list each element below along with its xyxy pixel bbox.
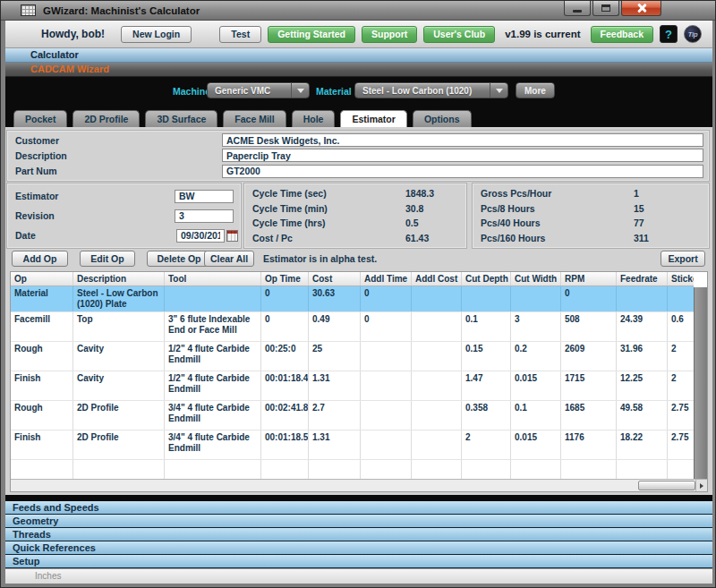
users-club-button[interactable]: User's Club [423,26,495,43]
estimator-row: Estimator [7,189,241,204]
table-cell: 3/4" 4 flute Carbide Endmill [165,401,261,430]
estimator-panel: Customer Description Part Num Estimator … [5,127,712,495]
delete-op-button[interactable]: Delete Op [147,251,211,267]
version-status: v1.99 is current [505,29,580,39]
add-op-button[interactable]: Add Op [12,251,68,267]
table-cell-empty [511,460,561,479]
column-header-op[interactable]: Op [11,272,73,285]
minimize-button[interactable] [564,1,591,16]
tab-2d-profile[interactable]: 2D Profile [72,110,140,127]
table-cell: 25 [309,342,361,371]
horizontal-scrollbar[interactable] [11,479,707,491]
revision-input[interactable] [175,209,234,223]
getting-started-button[interactable]: Getting Started [268,26,355,43]
cadcam-wizard-section-header[interactable]: CADCAM Wizard [5,63,712,77]
tab-strip: Pocket2D Profile3D SurfaceFace MillHoleE… [5,108,712,127]
test-button[interactable]: Test [219,26,261,43]
column-header-op-time[interactable]: Op Time [261,272,309,285]
minimize-icon [573,10,582,13]
edit-op-button[interactable]: Edit Op [80,251,135,267]
more-button[interactable]: More [516,82,555,98]
column-header-sticko[interactable]: Sticko [668,272,694,285]
tab-face-mill[interactable]: Face Mill [223,110,286,127]
machine-dropdown-value: Generic VMC [208,86,291,96]
tab-estimator[interactable]: Estimator [340,110,406,127]
accordion-section-feeds-and-speeds[interactable]: Feeds and Speeds [5,501,712,515]
vertical-scrollbar[interactable] [694,287,707,479]
tab-pocket[interactable]: Pocket [13,110,67,127]
help-button[interactable]: ? [660,25,678,43]
greeting-text: Howdy, bob! [41,28,105,40]
table-cell [412,371,462,400]
cycle-stat-value-cost-pc: 61.43 [405,233,429,243]
table-cell-empty [11,460,73,479]
close-button[interactable] [621,1,661,16]
column-header-rpm[interactable]: RPM [561,272,617,285]
column-header-cut-width[interactable]: Cut Width [511,272,561,285]
title-bar[interactable]: GWizard: Machinist's Calculator [1,1,715,21]
table-row[interactable]: FinishCavity1/2" 4 flute Carbide Endmill… [11,371,694,401]
scroll-right-button[interactable] [695,480,707,491]
accordion-section-setup[interactable]: Setup [5,555,712,568]
table-row[interactable]: RoughCavity1/2" 4 flute Carbide Endmill0… [11,342,694,371]
table-row[interactable]: Finish2D Profile3/4" 4 flute Carbide End… [11,430,694,460]
accordion-section-quick-references[interactable]: Quick References [5,541,712,555]
calendar-icon[interactable] [226,230,238,242]
part-num-input[interactable] [222,165,703,178]
production-stat-value-pcs-8-hours: 15 [634,203,644,214]
machine-dropdown-button[interactable] [291,83,309,98]
machine-label: Machine [173,86,210,97]
production-stat-value-pcs-160-hours: 311 [634,233,649,243]
cycle-stat-value-cycle-time-min: 30.8 [405,203,423,214]
column-header-tool[interactable]: Tool [165,272,261,285]
column-header-feedrate[interactable]: Feedrate [617,272,668,285]
cycle-stat-label-cycle-time-min: Cycle Time (min) [244,203,405,214]
table-cell: 2 [668,342,694,371]
machine-dropdown[interactable]: Generic VMC [207,82,310,98]
date-input[interactable] [176,229,225,243]
table-cell: 0 [361,286,412,311]
scrollbar-thumb[interactable] [638,481,695,490]
tab-options[interactable]: Options [413,110,472,127]
calculator-section-header[interactable]: Calculator [5,48,712,63]
estimator-input[interactable] [175,190,234,203]
feedback-button[interactable]: Feedback [591,26,653,43]
export-button[interactable]: Export [661,251,705,267]
cycle-stat-label-cost-pc: Cost / Pc [244,233,405,243]
table-cell [617,286,668,311]
material-dropdown-button[interactable] [490,83,507,98]
column-header-addl-time[interactable]: Addl Time [361,272,412,285]
tip-button[interactable]: Tip [684,25,702,43]
table-cell: Rough [11,401,73,430]
cycle-stat-row: Cycle Time (hrs)0.5 [244,216,466,230]
new-login-button[interactable]: New Login [121,26,192,43]
accordion-section-threads[interactable]: Threads [5,528,712,541]
tab-hole[interactable]: Hole [292,110,336,127]
table-row[interactable]: FacemillTop3" 6 flute Indexable End or F… [11,312,694,342]
table-row[interactable]: MaterialSteel - Low Carbon (1020) Plate0… [11,286,694,312]
table-cell-empty [617,460,668,479]
column-header-addl-cost[interactable]: Addl Cost [412,272,462,285]
table-cell-empty [462,460,511,479]
table-cell: 0.15 [462,342,511,371]
customer-label: Customer [7,135,222,146]
table-row[interactable]: Rough2D Profile3/4" 4 flute Carbide Endm… [11,401,694,430]
tab-3d-surface[interactable]: 3D Surface [145,110,217,127]
support-button[interactable]: Support [362,26,417,43]
table-cell: 0.1 [511,401,561,430]
table-cell: 18.22 [617,430,668,459]
column-header-cost[interactable]: Cost [309,272,361,285]
column-header-cut-depth[interactable]: Cut Depth [462,272,511,285]
column-header-description[interactable]: Description [73,272,165,285]
table-cell: 3" 6 flute Indexable End or Face Mill [165,312,261,341]
customer-input[interactable] [222,133,703,147]
accordion-section-geometry[interactable]: Geometry [5,515,712,528]
production-stat-row: Pcs/8 Hours15 [473,201,709,216]
table-cell: 00:01:18.4 [261,371,309,400]
material-dropdown[interactable]: Steel - Low Carbon (1020) [354,82,508,98]
description-input[interactable] [222,149,703,162]
status-bar: Inches [5,568,712,584]
clear-all-button[interactable]: Clear All [204,251,254,267]
table-cell: Finish [11,371,73,400]
maximize-button[interactable] [592,1,619,16]
